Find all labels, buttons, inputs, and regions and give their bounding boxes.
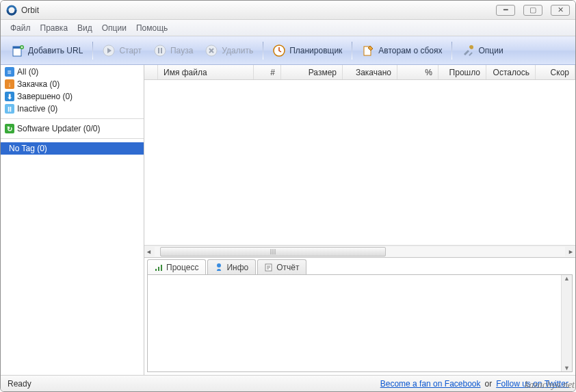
twitter-link[interactable]: Follow us on Twitter [496,379,568,389]
menu-view[interactable]: Вид [77,23,92,33]
scroll-up-arrow[interactable]: ▲ [564,275,570,282]
scheduler-button[interactable]: Планировщик [267,42,348,60]
add-url-button[interactable]: Добавить URL [6,42,88,60]
menubar: Файл Правка Вид Опции Помощь [1,20,575,36]
statusbar: Ready Become a fan on Facebook or Follow… [1,375,575,391]
clock-icon [273,44,285,57]
scrollbar-track[interactable] [155,247,565,257]
scroll-right-arrow[interactable]: ► [568,248,574,255]
start-label: Старт [119,46,142,55]
status-text: Ready [8,379,31,389]
col-elapsed[interactable]: Прошло [438,65,486,79]
sidebar-item-completed[interactable]: ⬇ Завершено (0) [1,90,144,103]
vertical-scrollbar[interactable]: ▲ ▼ [561,275,572,371]
titlebar[interactable]: Orbit ━ ▢ ✕ [1,1,575,20]
minimize-button[interactable]: ━ [496,5,515,16]
process-icon [155,263,163,272]
sidebar-downloading-label: Закачка (0) [17,79,60,89]
client-area: ≡ All (0) ↓ Закачка (0) ⬇ Завершено (0) … [1,65,575,375]
delete-label: Удалить [222,46,253,55]
grid-header: Имя файла # Размер Закачано % Прошло Ост… [144,65,575,80]
menu-file[interactable]: Файл [10,23,31,33]
horizontal-scrollbar[interactable]: ◄ ► [144,245,575,257]
scroll-left-arrow[interactable]: ◄ [146,248,152,255]
report-icon [362,44,374,57]
options-button[interactable]: Опции [456,42,508,60]
tab-info[interactable]: Инфо [207,259,256,274]
sidebar-item-downloading[interactable]: ↓ Закачка (0) [1,78,144,90]
tab-report-label: Отчёт [276,263,299,272]
tab-process[interactable]: Процесс [147,259,206,274]
sidebar-item-all[interactable]: ≡ All (0) [1,66,144,78]
sidebar-item-software-updater[interactable]: ↻ Software Updater (0/0) [1,122,144,135]
svg-rect-14 [158,267,159,271]
maximize-button[interactable]: ▢ [523,5,542,16]
delete-button[interactable]: Удалить [200,42,259,60]
sidebar-notag-label: No Tag (0) [9,144,47,153]
svg-rect-12 [469,52,473,56]
tab-process-label: Процесс [166,263,198,272]
pause-button[interactable]: Пауза [148,42,198,60]
done-icon: ⬇ [5,92,14,101]
sidebar-all-label: All (0) [17,67,38,77]
svg-point-6 [155,45,166,56]
details-pane: Процесс Инфо Отчёт [144,257,575,375]
svg-point-16 [217,263,221,267]
pause-label: Пауза [170,46,193,55]
tab-info-label: Инфо [226,263,248,272]
sidebar-inactive-label: Inactive (0) [17,104,57,114]
add-url-icon [12,44,24,57]
app-window: Orbit ━ ▢ ✕ Файл Правка Вид Опции Помощь… [0,0,576,392]
report-bug-button[interactable]: Авторам о сбоях [356,42,447,60]
pause-icon [154,44,166,57]
add-url-label: Добавить URL [28,46,83,55]
svg-rect-7 [158,48,159,53]
svg-rect-8 [161,48,162,53]
menu-edit[interactable]: Правка [40,23,68,33]
status-or: or [485,379,493,389]
sidebar-updater-label: Software Updater (0/0) [17,124,100,133]
col-speed[interactable]: Скор [536,65,575,79]
options-label: Опции [478,46,503,55]
col-remaining[interactable]: Осталось [486,65,536,79]
main-panel: Имя файла # Размер Закачано % Прошло Ост… [144,65,575,375]
col-selector[interactable] [144,65,158,79]
svg-rect-13 [155,269,157,271]
detail-tabs: Процесс Инфо Отчёт [144,258,575,274]
app-icon [6,5,17,16]
sidebar: ≡ All (0) ↓ Закачка (0) ⬇ Завершено (0) … [1,65,144,375]
report-label: Авторам о сбоях [378,46,442,55]
window-title: Orbit [21,5,39,15]
toolbar: Добавить URL Старт Пауза Удалить П [1,36,575,65]
tools-icon [462,44,474,57]
svg-rect-15 [161,265,162,271]
sidebar-item-inactive[interactable]: ⏸ Inactive (0) [1,103,144,115]
updater-icon: ↻ [5,124,14,133]
scheduler-label: Планировщик [289,46,342,55]
pause-small-icon: ⏸ [5,104,14,114]
delete-icon [205,44,218,57]
col-filename[interactable]: Имя файла [158,65,254,79]
info-icon [215,263,223,272]
tab-report[interactable]: Отчёт [257,259,306,274]
col-hash[interactable]: # [254,65,281,79]
down-icon: ↓ [5,79,14,89]
grid-body[interactable] [144,80,575,245]
menu-options[interactable]: Опции [102,23,127,33]
col-size[interactable]: Размер [281,65,343,79]
report-small-icon [265,263,273,272]
scroll-down-arrow[interactable]: ▼ [564,365,570,371]
close-button[interactable]: ✕ [551,5,570,16]
sidebar-completed-label: Завершено (0) [17,92,73,101]
scrollbar-thumb[interactable] [160,247,386,257]
play-icon [103,44,115,57]
menu-help[interactable]: Помощь [136,23,168,33]
all-icon: ≡ [5,67,14,77]
col-downloaded[interactable]: Закачано [343,65,397,79]
start-button[interactable]: Старт [97,42,147,60]
log-area[interactable]: ▲ ▼ [147,274,573,372]
sidebar-item-no-tag[interactable]: No Tag (0) [1,142,144,155]
facebook-link[interactable]: Become a fan on Facebook [380,379,481,389]
col-percent[interactable]: % [397,65,438,79]
